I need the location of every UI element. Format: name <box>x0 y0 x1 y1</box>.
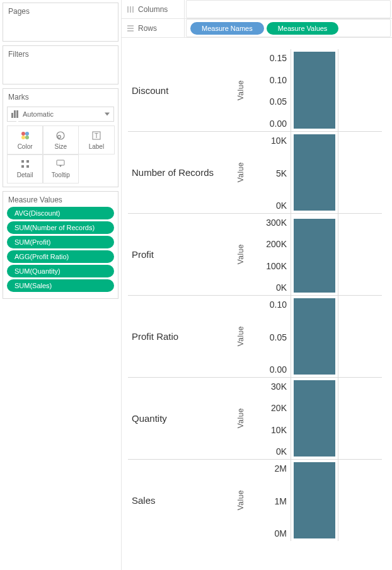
viz-axis: Value30K20K10K0K <box>236 378 291 459</box>
axis-title: Value <box>236 162 245 182</box>
axis-title: Value <box>236 244 245 264</box>
svg-point-3 <box>25 136 29 139</box>
pages-title: Pages <box>3 3 118 16</box>
viz-row-label: Profit <box>128 214 236 295</box>
svg-point-5 <box>58 135 61 138</box>
measure-value-pill[interactable]: SUM(Profit) <box>7 236 114 248</box>
axis-tick: 0M <box>275 528 287 538</box>
viz-row: DiscountValue0.150.100.050.00 <box>128 49 382 131</box>
svg-point-2 <box>21 136 25 139</box>
rows-label: Rows <box>138 24 157 33</box>
marks-size-button[interactable]: Size <box>43 125 79 154</box>
measure-values-title: Measure Values <box>3 192 118 204</box>
pages-shelf[interactable]: Pages <box>3 3 118 42</box>
tooltip-icon <box>55 159 66 169</box>
viz-row-label: Sales <box>128 460 236 541</box>
viz-row: Number of RecordsValue10K5K0K <box>128 131 382 213</box>
marks-card: Marks Automatic Color Size T Label Detai… <box>3 88 118 187</box>
svg-text:T: T <box>95 132 98 139</box>
rows-shelf-pill[interactable]: Measure Values <box>267 22 339 35</box>
measure-value-pill[interactable]: AVG(Discount) <box>7 207 114 219</box>
columns-icon <box>127 6 134 13</box>
size-icon <box>55 131 66 141</box>
viz-bar-cell[interactable] <box>291 132 338 213</box>
viz-bar <box>294 298 335 375</box>
color-icon <box>20 131 30 141</box>
axis-tick: 1M <box>275 496 287 506</box>
axis-tick: 0K <box>276 446 287 457</box>
svg-point-1 <box>25 132 29 136</box>
axis-title: Value <box>236 326 245 346</box>
viz-area: DiscountValue0.150.100.050.00Number of R… <box>122 38 392 570</box>
detail-icon <box>20 159 30 169</box>
viz-row-label: Quantity <box>128 378 236 459</box>
svg-point-0 <box>21 132 25 136</box>
axis-title: Value <box>236 408 245 428</box>
measure-value-pill[interactable]: SUM(Quantity) <box>7 265 114 277</box>
columns-shelf[interactable] <box>186 0 391 18</box>
measure-values-card: Measure Values AVG(Discount)SUM(Number o… <box>3 191 118 299</box>
axis-tick: 5K <box>276 168 287 178</box>
viz-axis: Value0.100.050.00 <box>236 296 291 377</box>
axis-tick: 0.15 <box>270 53 287 63</box>
viz-axis: Value300K200K100K0K <box>236 214 291 295</box>
filters-title: Filters <box>3 46 118 59</box>
svg-rect-11 <box>26 165 29 168</box>
viz-bar <box>294 462 335 538</box>
svg-rect-12 <box>57 160 64 165</box>
viz-bar-cell[interactable] <box>291 378 338 459</box>
svg-rect-9 <box>26 160 29 163</box>
chevron-down-icon <box>105 113 110 116</box>
viz-axis: Value2M1M0M <box>236 460 291 541</box>
marks-type-select[interactable]: Automatic <box>7 107 114 122</box>
axis-tick: 0.05 <box>270 332 287 342</box>
bar-chart-icon <box>11 110 19 118</box>
columns-shelf-row: Columns <box>122 0 392 19</box>
marks-detail-button[interactable]: Detail <box>7 154 43 183</box>
marks-tooltip-button[interactable]: Tooltip <box>43 154 79 183</box>
filters-shelf[interactable]: Filters <box>3 45 118 84</box>
viz-row: QuantityValue30K20K10K0K <box>128 377 382 459</box>
axis-tick: 0.00 <box>270 364 287 375</box>
viz-bar <box>294 380 335 457</box>
viz-bar-cell[interactable] <box>291 460 338 541</box>
viz-bar-cell[interactable] <box>291 214 338 295</box>
viz-bar <box>294 134 335 211</box>
viz-bar <box>294 52 335 129</box>
axis-tick: 0K <box>276 201 287 211</box>
axis-tick: 0.05 <box>270 96 287 107</box>
viz-bar-cell[interactable] <box>291 49 338 131</box>
marks-color-button[interactable]: Color <box>7 125 43 154</box>
axis-title: Value <box>236 490 245 510</box>
measure-value-pill[interactable]: AGG(Profit Ratio) <box>7 250 114 263</box>
axis-title: Value <box>236 80 245 100</box>
viz-bar <box>294 219 335 293</box>
rows-shelf[interactable]: Measure NamesMeasure Values <box>186 19 391 37</box>
axis-tick: 0.00 <box>270 119 287 129</box>
axis-tick: 0.10 <box>270 75 287 85</box>
axis-tick: 20K <box>271 403 287 413</box>
axis-tick: 30K <box>271 381 287 392</box>
axis-tick: 10K <box>271 425 287 435</box>
rows-shelf-pill[interactable]: Measure Names <box>190 22 264 35</box>
viz-bar-cell[interactable] <box>291 296 338 377</box>
measure-value-pill[interactable]: SUM(Number of Records) <box>7 221 114 234</box>
columns-label: Columns <box>138 5 168 14</box>
viz-row-label: Discount <box>128 49 236 131</box>
axis-tick: 0.10 <box>270 300 287 310</box>
viz-row: ProfitValue300K200K100K0K <box>128 213 382 295</box>
marks-label-button[interactable]: T Label <box>78 125 114 154</box>
label-icon: T <box>91 131 101 141</box>
rows-shelf-row: Rows Measure NamesMeasure Values <box>122 19 392 38</box>
axis-tick: 300K <box>266 218 287 228</box>
measure-value-pill[interactable]: SUM(Sales) <box>7 279 114 292</box>
axis-tick: 2M <box>275 463 287 474</box>
axis-tick: 200K <box>266 239 287 249</box>
svg-rect-10 <box>21 165 24 168</box>
viz-row: SalesValue2M1M0M <box>128 459 382 541</box>
rows-icon <box>127 25 134 32</box>
viz-axis: Value0.150.100.050.00 <box>236 49 291 131</box>
svg-rect-8 <box>21 160 24 163</box>
axis-tick: 0K <box>276 282 287 293</box>
viz-row-label: Number of Records <box>128 132 236 213</box>
